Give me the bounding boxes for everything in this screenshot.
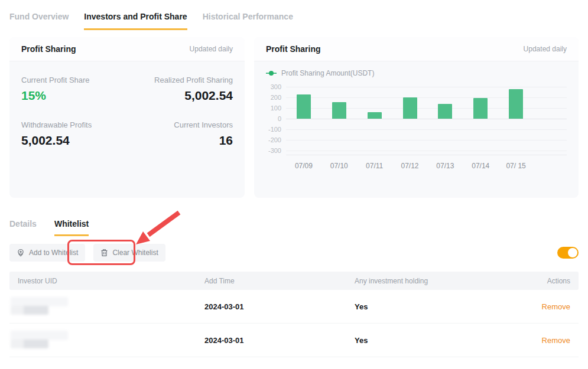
y-tick-label: 200 (271, 94, 281, 101)
x-tick-label: 07/11 (357, 162, 392, 170)
chart-card-header: Profit Sharing Updated daily (254, 37, 579, 61)
holding-cell: Yes (355, 336, 517, 345)
chart-plot (286, 87, 567, 151)
trash-icon (100, 249, 108, 257)
clear-whitelist-label: Clear Whitelist (112, 249, 158, 257)
whitelist-toggle[interactable] (557, 247, 579, 259)
masked-investor-uid (18, 331, 204, 350)
stat-label: Current Investors (127, 120, 233, 129)
blurred-uid (11, 331, 70, 350)
y-tick-label: 100 (271, 105, 281, 112)
chart-bar (509, 89, 523, 119)
gridline (286, 140, 567, 141)
table-header-row: Investor UID Add Time Any investment hol… (9, 272, 579, 290)
summary-stats: Current Profit Share 15% Realized Profit… (9, 61, 245, 162)
col-investor-uid: Investor UID (18, 277, 204, 285)
add-to-whitelist-label: Add to Whitelist (29, 249, 78, 257)
chart-bar (297, 94, 311, 119)
chart-legend: Profit Sharing Amount(USDT) (266, 69, 567, 77)
stat-label: Withdrawable Profits (21, 120, 127, 129)
bar-chart: 3002001000-100-200-300 07/0907/1007/1107… (266, 87, 567, 170)
tab-fund-overview[interactable]: Fund Overview (9, 12, 69, 30)
stat-value: 15% (21, 89, 127, 103)
x-tick-label: 07/13 (427, 162, 463, 170)
y-tick-label: -100 (268, 126, 281, 133)
add-to-whitelist-icon (17, 249, 25, 257)
col-actions: Actions (517, 277, 570, 285)
blurred-uid (11, 297, 70, 316)
chart-bar (368, 112, 382, 119)
col-add-time: Add Time (204, 277, 355, 285)
chart-ylabels: 3002001000-100-200-300 (266, 87, 286, 151)
legend-line-dot-icon (266, 71, 277, 76)
x-tick-label: 07/ 15 (498, 162, 534, 170)
cards-row: Profit Sharing Updated daily Current Pro… (9, 37, 579, 198)
chart-plot-column: 07/0907/1007/1107/1207/1307/1407/ 15 (286, 87, 567, 170)
top-tab-bar: Fund Overview Investors and Profit Share… (0, 0, 588, 30)
chart-xlabels: 07/0907/1007/1107/1207/1307/1407/ 15 (286, 162, 567, 170)
chart-x-axis-line (286, 155, 567, 155)
profit-sharing-summary-card: Profit Sharing Updated daily Current Pro… (9, 37, 245, 198)
tab-investors-profit-share[interactable]: Investors and Profit Share (84, 12, 187, 30)
stat-withdrawable-profits: Withdrawable Profits 5,002.54 (21, 120, 127, 148)
holding-cell: Yes (355, 302, 517, 311)
gridline (286, 87, 567, 87)
x-tick-label: 07/09 (286, 162, 321, 170)
chart-body: Profit Sharing Amount(USDT) 3002001000-1… (254, 61, 579, 170)
toggle-knob (568, 248, 577, 257)
stat-label: Current Profit Share (21, 76, 127, 84)
y-tick-label: -200 (268, 137, 281, 143)
legend-label: Profit Sharing Amount(USDT) (281, 69, 374, 77)
remove-button[interactable]: Remove (542, 336, 570, 345)
masked-investor-uid (18, 297, 204, 316)
stat-label: Realized Profit Sharing (127, 76, 233, 84)
gridline (286, 108, 567, 109)
y-tick-label: -300 (268, 148, 281, 154)
stat-realized-profit-sharing: Realized Profit Sharing 5,002.54 (127, 76, 233, 103)
x-tick-label: 07/14 (463, 162, 498, 170)
clear-whitelist-button[interactable]: Clear Whitelist (93, 244, 165, 262)
x-tick-label: 07/10 (321, 162, 357, 170)
chart-bar (403, 97, 417, 119)
chart-bar (438, 104, 452, 119)
summary-updated-daily-label: Updated daily (190, 45, 233, 53)
profit-sharing-chart-card: Profit Sharing Updated daily Profit Shar… (254, 37, 579, 198)
tab-whitelist[interactable]: Whitelist (54, 219, 89, 236)
gridline (286, 151, 567, 151)
tab-historical-performance[interactable]: Historical Performance (203, 12, 293, 30)
whitelist-table: Investor UID Add Time Any investment hol… (9, 272, 579, 357)
gridline (286, 119, 567, 119)
gridline (286, 97, 567, 98)
detail-tab-bar: Details Whitelist (9, 219, 579, 236)
stat-value: 5,002.54 (127, 89, 233, 103)
y-tick-label: 300 (271, 84, 281, 90)
gridline (286, 129, 567, 130)
add-time-cell: 2024-03-01 (204, 302, 355, 311)
add-time-cell: 2024-03-01 (204, 336, 355, 345)
summary-card-header: Profit Sharing Updated daily (9, 37, 245, 61)
table-row: 2024-03-01 Yes Remove (9, 324, 579, 357)
tab-details[interactable]: Details (9, 219, 37, 236)
table-row: 2024-03-01 Yes Remove (9, 290, 579, 324)
stat-current-investors: Current Investors 16 (127, 120, 233, 148)
chart-card-title: Profit Sharing (266, 44, 321, 54)
remove-button[interactable]: Remove (542, 302, 570, 311)
stat-value: 5,002.54 (21, 133, 127, 148)
stat-value: 16 (127, 133, 233, 148)
chart-updated-daily-label: Updated daily (524, 45, 567, 53)
chart-bar (332, 102, 346, 119)
x-tick-label: 07/12 (392, 162, 428, 170)
whitelist-toolbar: Add to Whitelist Clear Whitelist (9, 243, 579, 262)
y-tick-label: 0 (278, 116, 281, 122)
summary-card-title: Profit Sharing (21, 44, 76, 54)
chart-bar (473, 98, 488, 119)
add-to-whitelist-button[interactable]: Add to Whitelist (9, 244, 85, 262)
stat-current-profit-share: Current Profit Share 15% (21, 76, 127, 103)
col-investment-holding: Any investment holding (355, 277, 517, 285)
